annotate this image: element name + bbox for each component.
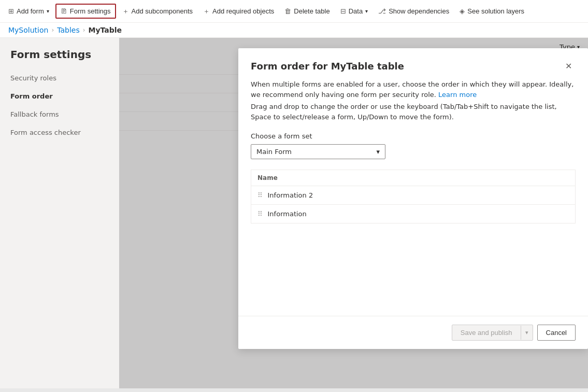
sidebar-item-fallback-forms[interactable]: Fallback forms [0, 105, 119, 123]
form-set-selected-value: Main Form [256, 148, 292, 156]
breadcrumb-tables[interactable]: Tables [57, 26, 80, 34]
modal-dialog: Form order for MyTable table ✕ When mult… [238, 48, 588, 349]
table-row[interactable]: ⠿ Information [251, 205, 575, 223]
delete-icon: 🗑 [284, 7, 291, 15]
form-settings-button[interactable]: 🖹 Form settings [55, 4, 116, 19]
drag-handle-icon: ⠿ [257, 191, 263, 199]
sidebar-item-form-access-checker[interactable]: Form access checker [0, 123, 119, 142]
sidebar-title: Form settings [0, 48, 119, 69]
modal-body: When multiple forms are enabled for a us… [238, 79, 588, 316]
main-area: Type ▾ Custom Custom Custom Custom Form … [0, 38, 588, 388]
add-subcomponents-button[interactable]: ＋ Add subcomponents [118, 4, 197, 19]
row-name: Information 2 [268, 191, 313, 199]
breadcrumb-sep-1: › [51, 26, 54, 34]
sidebar-item-security-roles[interactable]: Security roles [0, 69, 119, 87]
row-name: Information [268, 210, 307, 218]
data-chevron-icon: ▾ [365, 8, 368, 14]
modal-description-1: When multiple forms are enabled for a us… [251, 79, 576, 100]
breadcrumb-solution[interactable]: MySolution [8, 26, 48, 34]
add-form-icon: ⊞ [8, 7, 14, 15]
form-settings-sidebar: Form settings Security roles Form order … [0, 38, 119, 388]
data-icon: ⊟ [340, 7, 346, 15]
breadcrumb-current: MyTable [89, 26, 122, 34]
modal-instruction: Drag and drop to change the order or use… [251, 102, 576, 122]
delete-table-button[interactable]: 🗑 Delete table [280, 5, 334, 18]
sidebar-item-form-order[interactable]: Form order [0, 87, 119, 105]
modal-header: Form order for MyTable table ✕ [238, 48, 588, 79]
form-set-dropdown[interactable]: Main Form ▾ [251, 144, 385, 159]
save-publish-main-button[interactable]: Save and publish [452, 325, 521, 340]
show-dependencies-button[interactable]: ⎇ Show dependencies [374, 5, 453, 18]
form-set-label: Choose a form set [251, 132, 576, 140]
breadcrumb: MySolution › Tables › MyTable [0, 23, 588, 38]
save-publish-button-group: Save and publish ▾ [452, 325, 533, 341]
see-solution-layers-button[interactable]: ◈ See solution layers [455, 5, 528, 18]
add-form-chevron-icon: ▾ [47, 8, 49, 14]
layers-icon: ◈ [460, 7, 465, 15]
drag-handle-icon: ⠿ [257, 210, 263, 218]
modal-title: Form order for MyTable table [251, 61, 404, 72]
dependencies-icon: ⎇ [378, 7, 386, 15]
form-order-table: Name ⠿ Information 2 ⠿ Information [251, 170, 576, 223]
toolbar: ⊞ Add form ▾ 🖹 Form settings ＋ Add subco… [0, 0, 588, 23]
form-settings-icon: 🖹 [61, 7, 67, 15]
table-header: Name [251, 170, 575, 186]
cancel-button[interactable]: Cancel [537, 325, 576, 341]
add-subcomponents-icon: ＋ [122, 7, 129, 16]
modal-overlay: Form settings Security roles Form order … [0, 38, 588, 388]
add-required-objects-button[interactable]: ＋ Add required objects [199, 4, 278, 19]
modal-footer: Save and publish ▾ Cancel [238, 316, 588, 349]
dropdown-chevron-icon: ▾ [376, 148, 380, 156]
close-button[interactable]: ✕ [561, 59, 576, 73]
table-row[interactable]: ⠿ Information 2 [251, 186, 575, 205]
add-form-button[interactable]: ⊞ Add form ▾ [4, 5, 53, 18]
breadcrumb-sep-2: › [83, 26, 85, 34]
save-publish-chevron-button[interactable]: ▾ [521, 326, 533, 340]
add-required-icon: ＋ [203, 7, 210, 16]
data-button[interactable]: ⊟ Data ▾ [336, 5, 372, 18]
learn-more-link[interactable]: Learn more [438, 91, 477, 99]
